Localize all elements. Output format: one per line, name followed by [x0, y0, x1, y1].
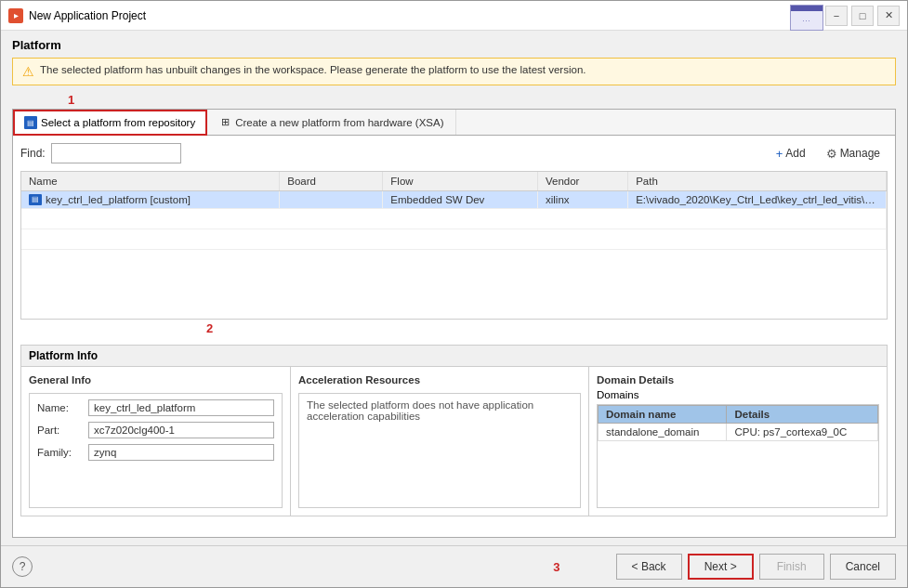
close-button[interactable]: ✕ — [877, 6, 900, 26]
family-value: zynq — [88, 444, 274, 461]
cell-vendor: xilinx — [538, 191, 628, 209]
platform-icon: ▤ — [29, 194, 42, 205]
general-info-panel: General Info Name: key_ctrl_led_platform… — [21, 367, 291, 516]
bottom-bar: ? 3 < Back Next > Finish Cancel — [1, 545, 907, 587]
tabs-row: ▤ Select a platform from repository ⊞ Cr… — [13, 110, 895, 136]
acceleration-text: The selected platform does not have appl… — [307, 399, 533, 422]
general-info-title: General Info — [29, 374, 283, 385]
manage-button[interactable]: ⚙ Manage — [819, 144, 888, 163]
domain-row[interactable]: standalone_domain CPU: ps7_cortexa9_0C — [599, 424, 878, 441]
gear-icon: ⚙ — [826, 147, 837, 161]
help-button[interactable]: ? — [12, 556, 33, 577]
find-input[interactable] — [51, 143, 181, 163]
col-board: Board — [280, 172, 383, 191]
repo-tab-icon: ▤ — [24, 116, 37, 129]
general-info-inner: Name: key_ctrl_led_platform Part: xc7z02… — [29, 393, 283, 508]
tab-repo-label: Select a platform from repository — [41, 117, 195, 128]
step-3-label: 3 — [553, 560, 559, 574]
table-row-empty-2 — [21, 229, 887, 250]
part-value: xc7z020clg400-1 — [88, 422, 274, 438]
name-key: Name: — [37, 402, 88, 413]
platform-table-container: Name Board Flow Vendor Path — [20, 171, 888, 320]
domain-panel-title: Domain Details — [597, 374, 879, 385]
bottom-buttons: < Back Next > Finish Cancel — [616, 554, 896, 580]
platform-info-section: Platform Info General Info Name: key_ctr… — [20, 345, 888, 516]
name-value: key_ctrl_led_platform — [88, 399, 274, 416]
domain-panel: Domain Details Domains Domain name Detai… — [589, 367, 887, 516]
family-key: Family: — [37, 447, 88, 458]
cell-board — [280, 191, 383, 209]
minimize-button[interactable]: − — [825, 6, 848, 26]
tab-hardware[interactable]: ⊞ Create a new platform from hardware (X… — [207, 110, 455, 135]
title-bar: New Application Project − □ ✕ ··· — [1, 1, 907, 31]
window-title: New Application Project — [29, 9, 825, 22]
domain-col-details: Details — [727, 406, 878, 424]
action-buttons: + Add ⚙ Manage — [769, 144, 888, 163]
cell-path: E:\vivado_2020\Key_Ctrl_Led\key_ctrl_led… — [628, 191, 887, 209]
add-button[interactable]: + Add — [769, 144, 813, 163]
tab-content-repo: Find: + Add ⚙ Manage — [13, 136, 895, 537]
part-key: Part: — [37, 425, 88, 436]
window-preview-icon: ··· — [790, 5, 823, 31]
add-icon: + — [776, 147, 783, 161]
domain-name: standalone_domain — [599, 424, 727, 441]
warning-bar: ⚠ The selected platform has unbuilt chan… — [12, 58, 896, 85]
cell-name: ▤ key_ctrl_led_platform [custom] — [21, 191, 280, 209]
tab-repo[interactable]: ▤ Select a platform from repository — [13, 110, 207, 136]
main-window: New Application Project − □ ✕ ··· Platfo… — [0, 0, 908, 588]
step-2-label: 2 — [206, 321, 213, 335]
col-vendor: Vendor — [538, 172, 628, 191]
back-button[interactable]: < Back — [616, 554, 682, 580]
window-controls: − □ ✕ — [825, 6, 900, 26]
main-content: Platform ⚠ The selected platform has unb… — [1, 31, 907, 545]
domain-table: Domain name Details standalone_domain CP… — [598, 405, 878, 441]
platform-info-body: General Info Name: key_ctrl_led_platform… — [21, 367, 887, 516]
warning-text: The selected platform has unbuilt change… — [40, 64, 586, 75]
find-row: Find: + Add ⚙ Manage — [20, 143, 888, 163]
domain-col-name: Domain name — [599, 406, 727, 424]
col-name: Name — [21, 172, 280, 191]
table-row[interactable]: ▤ key_ctrl_led_platform [custom] Embedde… — [21, 191, 887, 209]
app-icon — [8, 8, 23, 23]
part-row: Part: xc7z020clg400-1 — [37, 422, 274, 438]
platform-name: key_ctrl_led_platform [custom] — [46, 194, 191, 205]
step-1-label: 1 — [68, 93, 74, 107]
family-row: Family: zynq — [37, 444, 274, 461]
name-row: Name: key_ctrl_led_platform — [37, 399, 274, 416]
find-label: Find: — [20, 147, 46, 160]
tab-hardware-label: Create a new platform from hardware (XSA… — [235, 117, 443, 128]
platform-table: Name Board Flow Vendor Path — [21, 172, 887, 250]
cancel-button[interactable]: Cancel — [830, 554, 896, 580]
next-button[interactable]: Next > — [688, 554, 754, 580]
acceleration-panel: Acceleration Resources The selected plat… — [291, 367, 589, 516]
domain-table-container: Domain name Details standalone_domain CP… — [597, 404, 879, 508]
domains-label: Domains — [597, 389, 879, 400]
acceleration-title: Acceleration Resources — [298, 374, 581, 385]
warning-icon: ⚠ — [22, 64, 34, 79]
col-path: Path — [628, 172, 887, 191]
table-row-empty-1 — [21, 209, 887, 229]
section-title: Platform — [12, 38, 896, 52]
domain-details: CPU: ps7_cortexa9_0C — [727, 424, 878, 441]
acceleration-inner: The selected platform does not have appl… — [298, 393, 581, 508]
maximize-button[interactable]: □ — [851, 6, 874, 26]
cell-flow: Embedded SW Dev — [383, 191, 538, 209]
col-flow: Flow — [383, 172, 538, 191]
tab-container: ▤ Select a platform from repository ⊞ Cr… — [12, 109, 896, 538]
hardware-tab-icon: ⊞ — [218, 116, 231, 129]
finish-button[interactable]: Finish — [759, 554, 824, 580]
platform-info-title: Platform Info — [21, 346, 887, 367]
